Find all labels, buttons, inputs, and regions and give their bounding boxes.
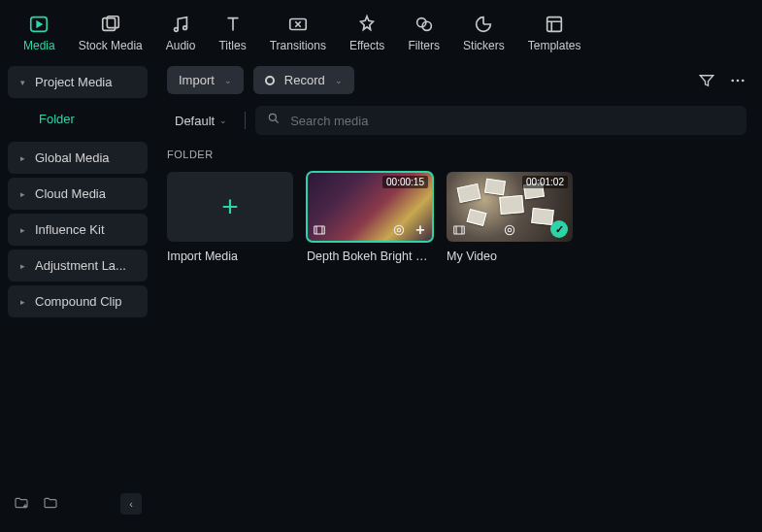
media-icon (28, 14, 50, 35)
chevron-right-icon: ▸ (17, 261, 27, 271)
duration-badge: 00:00:15 (382, 176, 428, 188)
tile-label: My Video (447, 249, 573, 263)
chevron-down-icon: ⌄ (219, 116, 227, 125)
svg-point-14 (394, 225, 403, 234)
sidebar-label: Influence Kit (35, 222, 105, 237)
duration-badge: 00:01:02 (522, 176, 568, 188)
clip-type-icon (451, 222, 467, 238)
sidebar-label: Cloud Media (35, 186, 106, 201)
svg-point-12 (270, 114, 277, 120)
search-input[interactable] (290, 114, 735, 128)
content-area: Import ⌄ Record ⌄ Default ⌄ (155, 60, 762, 528)
sidebar-item-global-media[interactable]: ▸ Global Media (8, 142, 148, 174)
import-media-tile[interactable]: + (167, 172, 293, 242)
chevron-down-icon: ⌄ (335, 76, 343, 85)
add-folder-icon[interactable] (14, 495, 31, 513)
preview-icon[interactable] (502, 222, 517, 238)
nav-label: Media (23, 39, 55, 52)
tile-clip: 00:00:15 + Depth Bokeh Bright Sat (307, 172, 433, 263)
sort-dropdown[interactable]: Default ⌄ (167, 109, 235, 133)
media-clip-thumbnail[interactable]: 00:00:15 + (307, 172, 433, 242)
preview-icon[interactable] (391, 222, 407, 238)
sidebar-label: Compound Clip (35, 294, 122, 309)
chevron-right-icon: ▸ (17, 189, 27, 199)
sidebar-label: Global Media (35, 150, 110, 165)
tile-label: Depth Bokeh Bright Sat (307, 249, 433, 263)
effects-icon (356, 14, 378, 35)
nav-label: Titles (218, 39, 246, 52)
tile-label: Import Media (167, 249, 293, 263)
sidebar: ▾ Project Media Folder ▸ Global Media ▸ … (0, 60, 155, 528)
tile-import: + Import Media (167, 172, 293, 263)
svg-point-9 (731, 79, 734, 82)
sidebar-item-influence-kit[interactable]: ▸ Influence Kit (8, 214, 148, 246)
nav-effects[interactable]: Effects (349, 14, 384, 52)
svg-point-10 (737, 79, 740, 82)
sidebar-label: Adjustment La... (35, 258, 126, 273)
divider (245, 112, 246, 129)
stickers-icon (473, 14, 494, 35)
nav-stickers[interactable]: Stickers (463, 14, 505, 52)
audio-icon (170, 14, 191, 35)
nav-label: Audio (166, 39, 196, 52)
filters-icon (414, 14, 435, 35)
nav-transitions[interactable]: Transitions (270, 14, 326, 52)
chevron-right-icon: ▸ (17, 225, 27, 235)
nav-templates[interactable]: Templates (528, 14, 581, 52)
sidebar-item-compound-clip[interactable]: ▸ Compound Clip (8, 285, 148, 317)
svg-point-17 (505, 225, 514, 234)
chevron-right-icon: ▸ (17, 153, 27, 163)
nav-label: Effects (349, 39, 384, 52)
check-icon: ✓ (550, 220, 568, 238)
sidebar-sub-folder[interactable]: Folder (8, 102, 148, 136)
clip-type-icon (312, 222, 327, 238)
tile-clip: 00:01:02 ✓ My Video (447, 172, 573, 263)
chevron-down-icon: ▾ (17, 78, 27, 87)
search-row: Default ⌄ (167, 106, 746, 135)
import-label: Import (179, 73, 215, 87)
folder-icon[interactable] (43, 495, 60, 513)
svg-point-3 (175, 28, 179, 32)
svg-point-15 (397, 228, 401, 232)
filter-icon[interactable] (698, 72, 715, 89)
titles-icon (222, 14, 244, 35)
sidebar-bottom: ‹ (8, 485, 148, 522)
chevron-down-icon: ⌄ (224, 76, 232, 85)
plus-icon: + (221, 190, 239, 223)
section-label: FOLDER (167, 149, 746, 160)
nav-media[interactable]: Media (23, 14, 55, 52)
templates-icon (544, 14, 565, 35)
nav-label: Transitions (270, 39, 326, 52)
chevron-right-icon: ▸ (17, 297, 27, 307)
svg-point-4 (183, 26, 187, 30)
nav-stock-media[interactable]: Stock Media (79, 14, 143, 52)
media-grid: + Import Media 00:00:15 + Depth Bokeh Br… (167, 172, 746, 263)
svg-rect-13 (315, 226, 325, 234)
sidebar-item-cloud-media[interactable]: ▸ Cloud Media (8, 178, 148, 210)
content-toolbar: Import ⌄ Record ⌄ (167, 66, 746, 94)
record-label: Record (284, 73, 325, 87)
stock-media-icon (100, 14, 121, 35)
nav-titles[interactable]: Titles (218, 14, 246, 52)
search-wrap (255, 106, 746, 135)
nav-filters[interactable]: Filters (408, 14, 440, 52)
svg-rect-16 (454, 226, 465, 234)
record-button[interactable]: Record ⌄ (253, 66, 354, 94)
nav-label: Templates (528, 39, 581, 52)
nav-audio[interactable]: Audio (166, 14, 196, 52)
media-clip-thumbnail[interactable]: 00:01:02 ✓ (447, 172, 573, 242)
sidebar-item-adjustment-layer[interactable]: ▸ Adjustment La... (8, 249, 148, 282)
collapse-sidebar-button[interactable]: ‹ (120, 493, 142, 515)
nav-label: Stock Media (79, 39, 143, 52)
sidebar-label: Project Media (35, 75, 112, 89)
more-icon[interactable] (729, 72, 746, 89)
sidebar-item-project-media[interactable]: ▾ Project Media (8, 66, 148, 98)
nav-label: Filters (408, 39, 440, 52)
search-icon (267, 112, 281, 129)
import-button[interactable]: Import ⌄ (167, 66, 244, 94)
thumb-overlay: + (312, 222, 428, 238)
add-icon[interactable]: + (413, 222, 428, 238)
nav-label: Stickers (463, 39, 505, 52)
sort-label: Default (175, 114, 215, 128)
top-navigation: Media Stock Media Audio Titles Transitio… (0, 0, 762, 60)
